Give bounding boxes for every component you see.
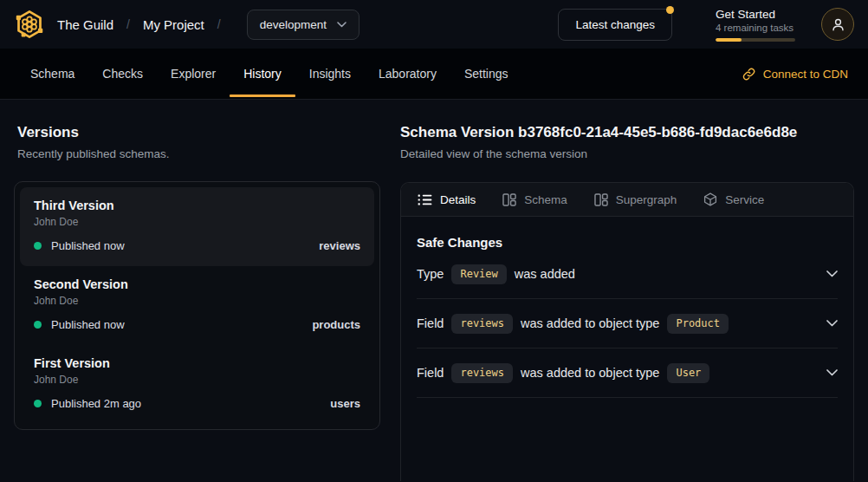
version-item-second[interactable]: Second Version John Doe Published now pr…: [20, 266, 374, 345]
tab-settings[interactable]: Settings: [450, 49, 522, 99]
change-badge: Product: [667, 314, 729, 334]
change-text: Type: [417, 267, 444, 281]
version-status: Published now: [51, 318, 125, 331]
version-status: Published 2m ago: [51, 397, 141, 410]
breadcrumb-separator: /: [126, 17, 130, 31]
version-service: users: [330, 397, 360, 410]
versions-list: Third Version John Doe Published now rev…: [14, 181, 380, 430]
change-badge: User: [667, 363, 709, 383]
change-text: Field: [417, 316, 444, 330]
breadcrumb-separator: /: [217, 17, 221, 31]
schema-version-subtitle: Detailed view of the schema version: [400, 147, 854, 160]
columns-icon: [594, 193, 608, 206]
detail-tabs: Details Schema: [401, 183, 853, 217]
change-badge: Review: [451, 264, 506, 284]
change-text: was added: [515, 267, 575, 281]
person-icon: [831, 17, 845, 32]
version-service: products: [312, 318, 360, 331]
guild-logo-icon[interactable]: [14, 9, 45, 40]
main-content: Versions Recently published schemas. Thi…: [0, 100, 868, 481]
get-started-title: Get Started: [716, 8, 795, 21]
version-item-third[interactable]: Third Version John Doe Published now rev…: [20, 187, 374, 266]
progress-fill: [716, 38, 742, 42]
tab-label: Checks: [102, 67, 143, 81]
topbar: The Guild / My Project / development Lat…: [0, 0, 868, 49]
cube-icon: [703, 192, 717, 206]
detail-tab-label: Supergraph: [616, 193, 677, 206]
version-author: John Doe: [34, 216, 360, 228]
detail-tab-label: Service: [725, 193, 764, 206]
change-row-field-product[interactable]: Field reviews was added to object type P…: [417, 299, 838, 348]
schema-version-title: Schema Version b3768fc0-21a4-45e5-b686-f…: [400, 124, 854, 141]
tab-supergraph[interactable]: Supergraph: [594, 193, 677, 206]
versions-panel: Versions Recently published schemas. Thi…: [0, 100, 394, 481]
version-item-first[interactable]: First Version John Doe Published 2m ago …: [20, 345, 374, 424]
cdn-link-label: Connect to CDN: [763, 68, 848, 81]
safe-changes-title: Safe Changes: [417, 235, 838, 250]
version-status: Published now: [51, 239, 125, 252]
version-author: John Doe: [34, 374, 360, 386]
link-icon: [742, 68, 755, 81]
project-nav: Schema Checks Explorer History Insights …: [0, 49, 868, 100]
versions-subtitle: Recently published schemas.: [17, 147, 394, 160]
tab-label: Schema: [30, 67, 74, 81]
published-dot-icon: [34, 400, 42, 407]
tab-details[interactable]: Details: [418, 193, 476, 206]
version-title: Third Version: [34, 199, 360, 212]
detail-body: Safe Changes Type Review was added Field…: [401, 217, 853, 398]
user-avatar[interactable]: [821, 8, 854, 41]
tab-schema[interactable]: Schema: [16, 49, 88, 99]
breadcrumb-org[interactable]: The Guild: [57, 17, 113, 32]
tab-service[interactable]: Service: [703, 192, 764, 206]
tab-label: Settings: [464, 67, 508, 81]
detail-tab-label: Schema: [524, 193, 567, 206]
get-started-widget[interactable]: Get Started 4 remaining tasks: [716, 8, 795, 42]
target-selector[interactable]: development: [247, 10, 360, 40]
breadcrumb: The Guild / My Project /: [57, 17, 234, 32]
tab-history[interactable]: History: [230, 49, 295, 99]
published-dot-icon: [34, 321, 42, 329]
chevron-down-icon: [826, 369, 838, 376]
version-service: reviews: [319, 239, 360, 252]
change-text: Field: [417, 366, 444, 380]
notification-dot: [666, 6, 674, 14]
latest-changes-button[interactable]: Latest changes: [558, 9, 672, 41]
version-author: John Doe: [34, 295, 360, 307]
tab-explorer[interactable]: Explorer: [157, 49, 230, 99]
change-row-type-review[interactable]: Type Review was added: [417, 250, 838, 299]
chevron-down-icon: [337, 22, 347, 28]
published-dot-icon: [34, 242, 42, 250]
target-selector-value: development: [260, 18, 327, 31]
chevron-down-icon: [826, 270, 838, 277]
tab-label: History: [243, 67, 282, 81]
change-row-field-user[interactable]: Field reviews was added to object type U…: [417, 348, 838, 398]
get-started-progress-bar: [716, 38, 795, 42]
schema-version-detail-card: Details Schema: [400, 182, 854, 481]
change-badge: reviews: [451, 363, 513, 383]
tab-label: Laboratory: [379, 67, 437, 81]
detail-tab-label: Details: [440, 193, 476, 206]
columns-icon: [502, 193, 516, 206]
change-badge: reviews: [451, 314, 513, 334]
versions-title: Versions: [17, 124, 394, 141]
list-icon: [418, 194, 432, 205]
tab-schema-view[interactable]: Schema: [502, 193, 567, 206]
version-title: First Version: [34, 356, 360, 370]
version-title: Second Version: [34, 277, 360, 291]
breadcrumb-project[interactable]: My Project: [143, 17, 204, 32]
latest-changes-label: Latest changes: [575, 18, 655, 31]
schema-version-panel: Schema Version b3768fc0-21a4-45e5-b686-f…: [394, 100, 868, 481]
tab-label: Explorer: [171, 67, 216, 81]
chevron-down-icon: [826, 320, 838, 327]
connect-to-cdn-link[interactable]: Connect to CDN: [739, 49, 852, 99]
tab-laboratory[interactable]: Laboratory: [365, 49, 450, 99]
change-text: was added to object type: [521, 366, 659, 380]
tab-insights[interactable]: Insights: [295, 49, 365, 99]
change-text: was added to object type: [521, 316, 659, 330]
get-started-subtitle: 4 remaining tasks: [716, 23, 795, 33]
tab-label: Insights: [309, 67, 351, 81]
tab-checks[interactable]: Checks: [88, 49, 157, 99]
